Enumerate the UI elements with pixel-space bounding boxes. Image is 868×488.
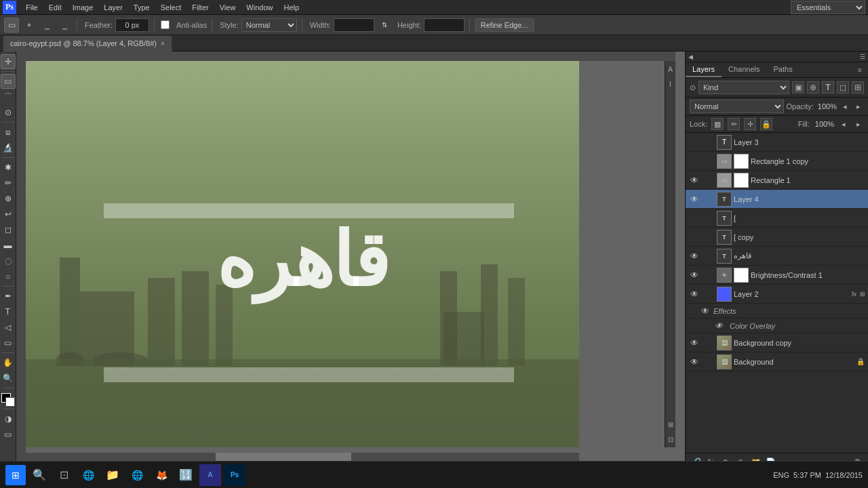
style-select[interactable]: Normal Fixed Ratio Fixed Size: [241, 18, 297, 32]
lock-pixels-icon[interactable]: ▩: [711, 118, 724, 130]
clone-tool[interactable]: ⊕: [1, 191, 16, 206]
layer-row-layer4[interactable]: 👁 T Layer 4: [686, 190, 868, 209]
menu-select[interactable]: Select: [155, 0, 187, 15]
vtab-btn-4[interactable]: ⊡: [664, 432, 677, 446]
layer-vis-rect1copy[interactable]: 👁: [688, 155, 701, 167]
filter-kind-select[interactable]: Kind: [698, 81, 789, 94]
feather-input[interactable]: [115, 18, 149, 32]
layer-vis-arabic[interactable]: 👁: [688, 250, 701, 262]
text-tool[interactable]: T: [1, 304, 16, 319]
layer-vis-layer2[interactable]: 👁: [688, 288, 701, 300]
filter-shape-icon[interactable]: ◻: [837, 81, 849, 94]
start-button[interactable]: ⊞: [5, 465, 26, 485]
swap-dimensions-icon[interactable]: ⇅: [377, 18, 392, 33]
menu-filter[interactable]: Filter: [186, 0, 214, 15]
history-tool[interactable]: ↩: [1, 207, 16, 222]
taskbar-ie[interactable]: 🌐: [77, 464, 99, 486]
menu-file[interactable]: File: [20, 0, 43, 15]
refine-edge-button[interactable]: Refine Edge...: [475, 18, 534, 32]
horizontal-scrollbar-thumb[interactable]: [216, 453, 351, 461]
eyedropper-tool[interactable]: 🔬: [1, 140, 16, 155]
panel-collapse-left[interactable]: ◀: [688, 54, 693, 60]
layer-row-bracket[interactable]: 👁 T [: [686, 209, 868, 228]
menu-layer[interactable]: Layer: [98, 0, 128, 15]
layer-vis-bracket-copy[interactable]: 👁: [688, 231, 701, 243]
fill-decrease-btn[interactable]: ◂: [838, 119, 849, 129]
filter-smart-icon[interactable]: ⊞: [852, 81, 864, 94]
tab-paths[interactable]: Paths: [767, 62, 800, 77]
vtab-btn-3[interactable]: ⊞: [664, 418, 677, 431]
layer-row-layer3[interactable]: 👁 T Layer 3: [686, 133, 868, 152]
layer-row-bracket-copy[interactable]: 👁 T [ copy: [686, 228, 868, 247]
menu-edit[interactable]: Edit: [43, 0, 67, 15]
blend-mode-select[interactable]: Normal: [690, 100, 784, 113]
essentials-select[interactable]: Essentials: [791, 1, 865, 14]
layer-vis-brightness[interactable]: 👁: [688, 269, 701, 281]
opacity-increase-btn[interactable]: ▸: [853, 101, 864, 112]
hand-tool[interactable]: ✋: [1, 355, 16, 370]
antialias-checkbox[interactable]: [161, 20, 170, 29]
layer-vis-coloroverlay[interactable]: 👁: [713, 320, 725, 332]
layer-vis-effects[interactable]: 👁: [699, 305, 711, 317]
opacity-decrease-btn[interactable]: ◂: [840, 101, 850, 112]
fg-bg-colors[interactable]: [1, 393, 15, 407]
filter-type-icon[interactable]: T: [822, 81, 834, 94]
single-col-tool[interactable]: ⎯: [57, 18, 72, 33]
pen-tool[interactable]: ✒: [1, 289, 16, 304]
taskbar-explorer[interactable]: 📁: [102, 464, 123, 486]
taskbar-firefox[interactable]: 🦊: [151, 464, 172, 486]
layer-row-brightness[interactable]: 👁 ☀ Brightness/Contrast 1: [686, 266, 868, 285]
taskbar-search[interactable]: 🔍: [28, 464, 50, 486]
taskbar-calculator[interactable]: 🔢: [175, 464, 197, 486]
menu-help[interactable]: Help: [278, 0, 304, 15]
spot-heal-tool[interactable]: ✱: [1, 160, 16, 175]
taskbar-chrome[interactable]: 🌐: [126, 464, 148, 486]
layer-vis-rect1[interactable]: 👁: [688, 174, 701, 186]
taskbar-app1[interactable]: A: [199, 464, 221, 486]
eraser-tool[interactable]: ◻: [1, 222, 16, 237]
tab-channels[interactable]: Channels: [722, 62, 766, 77]
layer-vis-background[interactable]: 👁: [688, 356, 701, 368]
lock-all-icon[interactable]: 🔒: [760, 118, 772, 130]
layer-row-rect1copy[interactable]: 👁 ▭ Rectangle 1 copy: [686, 152, 868, 171]
lock-image-icon[interactable]: ✏: [728, 118, 740, 130]
path-tool[interactable]: ◁: [1, 320, 16, 335]
gradient-tool[interactable]: ▬: [1, 238, 16, 253]
panel-options-btn[interactable]: ≡: [854, 64, 865, 75]
vtab-btn-2[interactable]: I: [664, 77, 677, 91]
menu-type[interactable]: Type: [128, 0, 155, 15]
brush-tool[interactable]: ✏: [1, 176, 16, 190]
layer-vis-layer4[interactable]: 👁: [688, 193, 701, 205]
fill-increase-btn[interactable]: ▸: [853, 119, 864, 129]
layer-row-arabic[interactable]: 👁 T قاهره: [686, 247, 868, 266]
layer-row-bgcopy[interactable]: 👁 🖼 Background copy: [686, 333, 868, 352]
lasso-tool[interactable]: ⌒: [1, 89, 16, 104]
background-color[interactable]: [5, 397, 15, 407]
marquee-tool[interactable]: ▭: [1, 74, 16, 89]
layer-row-layer2[interactable]: 👁 Layer 2 fx ⊞: [686, 285, 868, 304]
vtab-btn-1[interactable]: A: [664, 62, 677, 76]
tab-layers[interactable]: Layers: [686, 62, 722, 77]
menu-view[interactable]: View: [214, 0, 241, 15]
layer-row-background[interactable]: 👁 🖼 Background 🔒: [686, 352, 868, 371]
width-input[interactable]: [334, 18, 374, 32]
layer-vis-bracket[interactable]: 👁: [688, 212, 701, 224]
taskbar-photoshop[interactable]: Ps: [224, 464, 245, 486]
canvas-document[interactable]: قاهره: [26, 61, 579, 447]
layer-effect-coloroverlay[interactable]: 👁 Color Overlay: [686, 319, 868, 333]
shape-tool[interactable]: ▭: [1, 336, 16, 350]
height-input[interactable]: [424, 18, 465, 32]
doc-tab-close[interactable]: ×: [161, 40, 165, 47]
blur-tool[interactable]: ◌: [1, 253, 16, 268]
menu-image[interactable]: Image: [67, 0, 99, 15]
marquee-rect-tool[interactable]: ▭: [4, 18, 19, 33]
zoom-tool[interactable]: 🔍: [1, 371, 16, 386]
layer-vis-bgcopy[interactable]: 👁: [688, 337, 701, 349]
quick-select-tool[interactable]: ⊙: [1, 105, 16, 120]
active-document-tab[interactable]: cairo-egypt.psd @ 88.7% (Layer 4, RGB/8#…: [3, 35, 172, 52]
lock-position-icon[interactable]: ✛: [744, 118, 756, 130]
dodge-tool[interactable]: ○: [1, 269, 16, 284]
marquee-ellipse-tool[interactable]: ⚬: [22, 18, 37, 33]
horizontal-scrollbar[interactable]: [26, 453, 579, 461]
layer-row-effects[interactable]: 👁 Effects: [686, 304, 868, 319]
